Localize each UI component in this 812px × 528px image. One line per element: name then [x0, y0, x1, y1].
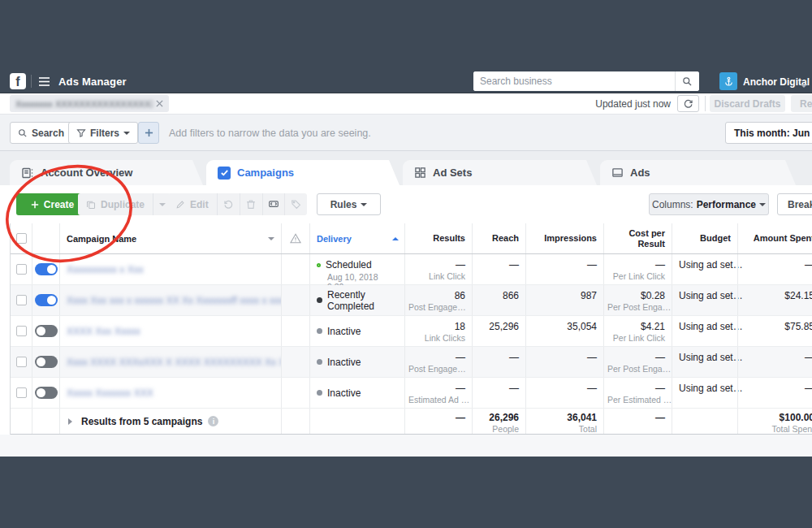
delivery-cell: Inactive [309, 378, 404, 408]
issues-cell [281, 285, 309, 315]
account-name[interactable]: Anchor Digital [743, 76, 810, 88]
ad-account-tab[interactable]: Xxxxxxxx XXXXXXXXXXXXXXXXX Xx [10, 95, 169, 112]
ads-manager-app: f Ads Manager Anchor Digital Xxxxxxxx XX… [0, 0, 812, 528]
caret-down-icon [123, 132, 130, 138]
tag-button[interactable] [284, 193, 307, 215]
search-submit-button[interactable] [675, 71, 699, 91]
review-changes-button[interactable]: Revi [791, 95, 812, 112]
row-checkbox[interactable] [16, 295, 27, 305]
issues-cell [281, 254, 309, 284]
pencil-icon [175, 200, 185, 210]
inspect-button[interactable] [262, 193, 285, 215]
anchor-icon [723, 76, 734, 87]
column-header-results[interactable]: Results [404, 223, 472, 253]
campaigns-table: Campaign Name Delivery Results Reach Imp… [10, 223, 812, 435]
account-caret-icon[interactable] [801, 80, 807, 94]
budget-cell: Using ad set… [672, 285, 737, 315]
impressions-cell: — [525, 254, 603, 284]
search-input[interactable] [473, 71, 675, 91]
caret-down-icon[interactable] [268, 237, 274, 244]
results-cell: 86Post Engage… [404, 285, 472, 315]
column-header-amount-spent[interactable]: Amount Spent [737, 223, 812, 253]
cost-cell: $0.28Per Post Enga… [603, 285, 672, 315]
tab-account-overview[interactable]: Account Overview [10, 160, 203, 185]
issues-cell [281, 347, 309, 377]
campaign-name-redacted[interactable]: Xxxxx Xxxxxxx XXX [67, 387, 153, 399]
budget-cell: Using ad set… [672, 347, 737, 377]
delivery-cell: Inactive [309, 316, 404, 346]
tab-ads[interactable]: Ads [600, 160, 796, 185]
info-icon[interactable]: i [208, 416, 218, 426]
delete-button[interactable] [240, 193, 262, 215]
filters-button[interactable]: Filters [68, 122, 138, 144]
add-filter-button[interactable] [138, 122, 159, 144]
tab-ad-sets[interactable]: Ad Sets [403, 160, 597, 185]
results-cell: —Link Click [404, 254, 472, 284]
delivery-cell: Inactive [309, 347, 404, 377]
issues-cell [281, 316, 309, 346]
warning-icon [290, 233, 301, 244]
campaign-toggle[interactable] [35, 294, 58, 306]
search-icon [18, 128, 28, 138]
revert-button[interactable] [218, 193, 240, 215]
column-header-campaign-name[interactable]: Campaign Name [59, 223, 281, 253]
row-checkbox[interactable] [16, 326, 27, 336]
rules-button[interactable]: Rules [317, 193, 381, 215]
campaign-toggle[interactable] [35, 356, 58, 368]
column-header-cost-per-result[interactable]: Cost per Result [603, 223, 672, 253]
campaign-row: Xxxx Xxx xxx x xxxxxx XX Xx Xxxxxxxff xx… [11, 285, 812, 316]
inspect-icon [268, 199, 279, 210]
campaign-toggle[interactable] [35, 387, 58, 399]
campaign-name-redacted[interactable]: XXXX Xxx Xxxxx [67, 326, 140, 337]
account-avatar[interactable] [719, 72, 737, 90]
discard-drafts-button[interactable]: Discard Drafts [710, 95, 785, 112]
date-range-button[interactable]: This month: Jun 1, 2 [725, 122, 812, 144]
row-checkbox[interactable] [16, 264, 27, 275]
reach-cell: 25,296 [472, 316, 525, 346]
cost-cell: —Per Link Click [603, 254, 672, 284]
delivery-cell: Recently Completed [309, 285, 404, 315]
status-dot-inactive [317, 359, 322, 365]
refresh-button[interactable] [677, 95, 699, 112]
cost-cell: $4.21Per Link Click [603, 316, 672, 346]
select-all-checkbox[interactable] [16, 233, 27, 244]
menu-icon[interactable] [38, 76, 50, 87]
spent-cell: — [737, 254, 812, 284]
spent-total-cell: $100.00Total Spent [737, 409, 812, 434]
close-icon[interactable] [156, 100, 163, 107]
campaign-name-redacted[interactable]: Xxxx Xxx xxx x xxxxxx XX Xx Xxxxxxxff xx… [67, 295, 281, 306]
budget-cell: Using ad set… [672, 316, 737, 346]
campaign-row: Xxxxx Xxxxxxx XXX Inactive —Estimated Ad… [11, 378, 812, 409]
column-header-delivery[interactable]: Delivery [309, 223, 404, 253]
column-header-budget[interactable]: Budget [672, 223, 737, 253]
account-overview-icon [21, 167, 34, 180]
filter-funnel-icon [76, 128, 86, 138]
results-cell: —Post Engage… [404, 347, 472, 377]
row-checkbox[interactable] [16, 387, 27, 398]
results-total-cell: — [404, 409, 472, 434]
column-header-reach[interactable]: Reach [472, 223, 525, 253]
campaign-name-redacted[interactable]: Xxxx XXXX XXXxXXX X XXXX XXXXXXXXX Xx X … [67, 357, 281, 368]
campaign-name-redacted[interactable]: Xxxxxxxxxx x Xxx [67, 264, 144, 275]
duplicate-icon [86, 200, 96, 210]
breakdown-button[interactable]: Breakdo [777, 193, 812, 215]
facebook-logo[interactable]: f [10, 73, 26, 89]
search-icon [682, 76, 693, 87]
reach-cell: 866 [472, 285, 525, 315]
toggle-column-header [32, 223, 59, 253]
cost-total-cell: — [603, 409, 672, 434]
campaign-toggle[interactable] [35, 263, 58, 275]
caret-down-icon [759, 203, 766, 210]
column-header-impressions[interactable]: Impressions [525, 223, 603, 253]
tab-campaigns[interactable]: Campaigns [206, 160, 400, 185]
campaign-toggle[interactable] [35, 325, 58, 337]
action-icon-group [218, 193, 307, 215]
expand-caret-icon[interactable] [68, 418, 76, 425]
table-footer-row: Results from 5 campaigns i — 26,296Peopl… [11, 409, 812, 435]
duplicate-button[interactable]: Duplicate [78, 193, 171, 215]
row-checkbox[interactable] [16, 357, 27, 367]
level-tabs: Account Overview Campaigns Ad Sets Ads [0, 151, 812, 185]
ads-icon [611, 167, 624, 179]
plus-icon [145, 128, 153, 137]
columns-button[interactable]: Columns: Performance [649, 193, 769, 215]
